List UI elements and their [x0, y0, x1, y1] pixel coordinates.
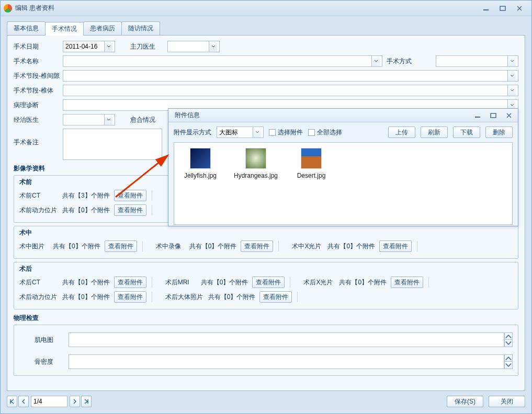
physical-group: 肌电图 骨密度	[14, 325, 518, 376]
close-button[interactable]: 关闭	[489, 396, 525, 407]
postop-xray-label: 术后X光片	[303, 278, 335, 287]
chevron-down-icon[interactable]	[504, 340, 513, 347]
surgery-method-field[interactable]	[436, 55, 518, 67]
attachment-list: Jellyfish.jpg Hydrangeas.jpg Desert.jpg	[174, 142, 513, 225]
refresh-button[interactable]: 刷新	[421, 126, 448, 138]
dialog-maximize-button[interactable]	[488, 111, 499, 120]
intraop-video-count: 共有【0】个附件	[189, 242, 237, 251]
divider	[152, 190, 153, 201]
first-page-button[interactable]	[7, 396, 17, 407]
select-all-checkbox[interactable]: 全部选择	[308, 128, 342, 137]
chevron-down-icon	[104, 114, 112, 125]
display-mode-field[interactable]: 大图标	[217, 126, 264, 138]
surgery-name-label: 手术名称	[14, 57, 63, 66]
preop-dynamic-view-button[interactable]: 查看附件	[114, 204, 146, 216]
chevron-down-icon	[507, 56, 516, 66]
page-number-field[interactable]: 1/4	[31, 396, 67, 407]
attachment-dialog: 附件信息 附件显示方式 大图标 选择附件 全部选择 上传 刷新 下载 删除	[168, 108, 518, 226]
surgeon-field[interactable]	[167, 41, 220, 52]
postop-mri-count: 共有【0】个附件	[201, 278, 248, 287]
emg-stepper[interactable]	[504, 332, 513, 347]
divider	[428, 277, 429, 288]
divider	[417, 241, 418, 251]
segment-intervertebral-field[interactable]	[63, 70, 518, 82]
main-window: 编辑 患者资料 基本信息 手术情况 患者病历 随访情况 手术日期 2011-04…	[0, 0, 532, 414]
dialog-titlebar: 附件信息	[168, 109, 518, 122]
select-attachment-checkbox[interactable]: 选择附件	[269, 128, 303, 137]
tab-surgery[interactable]: 手术情况	[45, 22, 84, 36]
intraop-image-view-button[interactable]: 查看附件	[105, 240, 137, 252]
chevron-down-icon	[253, 127, 261, 137]
attachment-item[interactable]: Jellyfish.jpg	[179, 148, 221, 179]
upload-button[interactable]: 上传	[388, 126, 415, 138]
note-label: 手术备注	[14, 129, 63, 147]
delete-button[interactable]: 删除	[485, 126, 513, 138]
surgery-date-field[interactable]: 2011-04-16	[63, 41, 115, 52]
surgery-method-label: 手术方式	[387, 57, 436, 66]
bone-density-field[interactable]	[69, 354, 504, 369]
intraop-video-view-button[interactable]: 查看附件	[241, 240, 273, 252]
window-title: 编辑 患者资料	[15, 4, 480, 13]
preop-ct-view-button[interactable]: 查看附件	[114, 190, 146, 201]
intraop-group: 术中 术中图片 共有【0】个附件 查看附件 术中录像 共有【0】个附件 查看附件	[14, 226, 518, 259]
dialog-close-button[interactable]	[503, 111, 515, 120]
preop-dynamic-label: 术前动力位片	[19, 206, 58, 215]
surgeon-label: 主刀医生	[118, 42, 167, 51]
thumbnail-image	[245, 148, 266, 169]
chevron-down-icon	[371, 56, 380, 66]
last-page-button[interactable]	[81, 396, 92, 407]
attachment-item[interactable]: Desert.jpg	[290, 148, 332, 179]
checkbox-icon	[269, 129, 276, 136]
note-field[interactable]	[63, 129, 162, 160]
chevron-up-icon[interactable]	[504, 354, 513, 362]
intraop-video-label: 术中录像	[156, 242, 185, 251]
chevron-down-icon	[104, 41, 112, 52]
divider	[152, 277, 153, 288]
tab-patient-history[interactable]: 患者病历	[83, 21, 122, 35]
titlebar: 编辑 患者资料	[1, 1, 531, 16]
save-button[interactable]: 保存(S)	[447, 396, 483, 407]
chevron-down-icon	[507, 71, 516, 81]
maximize-button[interactable]	[497, 4, 508, 13]
postop-ct-view-button[interactable]: 查看附件	[114, 277, 146, 288]
healing-label: 愈合情况	[118, 116, 167, 124]
next-page-button[interactable]	[70, 396, 80, 407]
postop-title: 术后	[19, 264, 513, 273]
prev-page-button[interactable]	[18, 396, 29, 407]
minimize-button[interactable]	[480, 4, 492, 13]
tab-basic-info[interactable]: 基本信息	[7, 21, 46, 35]
postop-mri-label: 术后MRI	[165, 278, 197, 287]
intraop-title: 术中	[19, 228, 513, 237]
emg-field[interactable]	[69, 332, 504, 347]
postop-ct-label: 术后CT	[19, 278, 58, 287]
svg-rect-1	[491, 113, 496, 118]
tab-followup[interactable]: 随访情况	[121, 21, 160, 35]
postop-gross-count: 共有【0】个附件	[208, 293, 256, 302]
attending-field[interactable]	[63, 114, 115, 125]
chevron-down-icon[interactable]	[504, 362, 513, 369]
pathology-label: 病理诊断	[14, 101, 63, 110]
postop-dynamic-view-button[interactable]: 查看附件	[114, 291, 146, 303]
segment-vertebra-label: 手术节段-椎体	[14, 86, 63, 95]
preop-ct-count: 共有【3】个附件	[62, 191, 110, 200]
bone-density-stepper[interactable]	[504, 354, 513, 369]
postop-gross-view-button[interactable]: 查看附件	[259, 291, 292, 303]
intraop-xray-view-button[interactable]: 查看附件	[379, 240, 412, 252]
attending-label: 经治医生	[14, 116, 63, 124]
postop-mri-view-button[interactable]: 查看附件	[252, 277, 285, 288]
attachment-item[interactable]: Hydrangeas.jpg	[235, 148, 277, 179]
divider	[290, 277, 291, 288]
download-button[interactable]: 下载	[453, 126, 480, 138]
thumbnail-image	[190, 148, 211, 169]
surgery-name-field[interactable]	[63, 55, 382, 67]
postop-xray-view-button[interactable]: 查看附件	[391, 277, 423, 288]
postop-dynamic-label: 术后动力位片	[19, 293, 58, 302]
divider	[297, 292, 298, 302]
chevron-up-icon[interactable]	[504, 332, 513, 340]
divider	[142, 241, 143, 251]
dialog-minimize-button[interactable]	[472, 111, 483, 120]
close-button[interactable]	[514, 4, 525, 13]
file-name: Jellyfish.jpg	[184, 172, 217, 179]
segment-vertebra-field[interactable]	[63, 85, 518, 96]
postop-gross-label: 术后大体照片	[165, 293, 204, 302]
